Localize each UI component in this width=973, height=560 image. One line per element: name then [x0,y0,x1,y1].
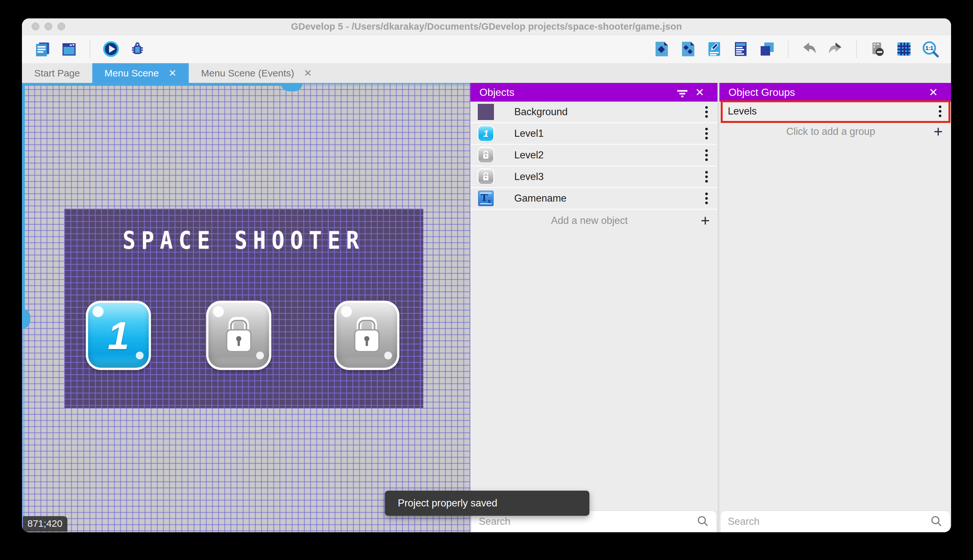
tab-close-icon[interactable]: ✕ [168,68,177,78]
object-groups-search-bar [721,511,950,532]
object-groups-panel-title: Object Groups [728,87,795,98]
vertical-scrollbar-thumb[interactable] [22,83,25,318]
objects-editor-icon[interactable] [652,40,670,58]
object-groups-search-input[interactable] [728,516,930,527]
object-groups-editor-icon[interactable] [679,40,697,58]
game-title-text[interactable]: SPACE SHOOTER [64,227,423,254]
cursor-coordinates: 871;420 [23,516,67,532]
tab-start-page[interactable]: Start Page [22,63,92,83]
tab-bar: Start Page Menu Scene ✕ Menu Scene (Even… [22,63,951,83]
toolbar-divider [90,40,90,58]
object-menu-icon[interactable] [702,147,711,163]
object-menu-icon[interactable] [702,126,711,141]
toolbar-divider [788,40,788,58]
object-row-level2[interactable]: Level2 [470,145,718,167]
layers-editor-icon[interactable] [758,40,776,58]
preview-play-icon[interactable] [102,40,120,58]
toolbar-right-group: 1:1 [652,40,940,58]
minimize-window-button[interactable] [45,23,52,30]
background-object-instance[interactable]: SPACE SHOOTER 1 [64,209,423,408]
add-group-row[interactable]: Click to add a group + [720,122,951,142]
debug-icon[interactable] [128,40,147,58]
tab-menu-scene-events[interactable]: Menu Scene (Events) ✕ [189,63,324,83]
add-group-plus-icon[interactable]: + [934,124,943,139]
object-groups-empty-space [720,142,951,511]
search-icon [930,515,943,529]
close-panel-icon[interactable]: ✕ [925,83,942,101]
lock-icon [337,303,397,368]
toolbar-divider [856,40,857,58]
redo-icon[interactable] [826,40,845,58]
close-panel-icon[interactable]: ✕ [691,83,708,101]
object-menu-icon[interactable] [702,169,711,185]
close-window-button[interactable] [32,23,39,30]
toolbar-left-group [33,40,147,58]
tab-label: Start Page [34,68,80,79]
add-object-row[interactable]: Add a new object + [470,210,718,231]
objects-panel: Objects ✕ Background 1 Level1 [470,83,718,532]
titlebar: GDevelop 5 - /Users/dkarakay/Documents/G… [22,18,951,35]
scene-canvas[interactable]: SPACE SHOOTER 1 [22,83,470,532]
level2-button-instance[interactable] [206,301,271,370]
objects-panel-empty-space [470,231,718,511]
add-object-plus-icon[interactable]: + [701,213,710,228]
svg-text:1:1: 1:1 [925,45,933,51]
level3-button-instance[interactable] [334,301,400,370]
tab-label: Menu Scene [105,68,159,79]
project-manager-icon[interactable] [33,40,52,58]
objects-panel-header: Objects ✕ [470,83,718,102]
main-area: SPACE SHOOTER 1 [22,83,951,532]
horizontal-scrollbar-handle[interactable] [281,83,303,91]
undo-icon[interactable] [800,40,818,58]
instances-list-icon[interactable] [732,40,750,58]
gamename-thumbnail: Tx [478,190,494,207]
tab-menu-scene[interactable]: Menu Scene ✕ [92,63,189,83]
screenshot-root: GDevelop 5 - /Users/dkarakay/Documents/G… [0,0,973,560]
group-menu-icon[interactable] [936,103,945,119]
object-menu-icon[interactable] [702,191,711,206]
toast-message: Project properly saved [398,497,497,509]
traffic-lights [32,18,65,35]
level1-button-instance[interactable]: 1 [86,301,151,370]
search-icon [696,515,709,529]
zoom-window-button[interactable] [57,23,65,30]
render-mask-icon[interactable] [868,40,886,58]
save-toast: Project properly saved [385,491,590,516]
object-row-level3[interactable]: Level3 [470,167,718,188]
zoom-1-1-icon[interactable]: 1:1 [921,40,940,58]
tab-close-icon[interactable]: ✕ [304,68,312,78]
objects-panel-title: Objects [480,87,514,98]
level1-thumbnail: 1 [478,125,494,142]
level2-thumbnail [478,147,494,163]
object-menu-icon[interactable] [702,104,711,120]
filter-icon[interactable] [674,83,691,101]
background-thumbnail [478,103,494,120]
gdevelop-window: GDevelop 5 - /Users/dkarakay/Documents/G… [22,18,951,532]
objects-search-input[interactable] [479,516,696,527]
object-row-background[interactable]: Background [470,102,718,123]
lock-icon [208,303,269,368]
editors-window-icon[interactable] [60,40,78,58]
level1-number: 1 [88,303,149,368]
object-groups-panel: Object Groups ✕ Levels Click to add a gr… [720,83,951,532]
object-groups-panel-header: Object Groups ✕ [720,83,951,102]
object-row-level1[interactable]: 1 Level1 [470,123,718,145]
properties-icon[interactable] [705,40,723,58]
toolbar: 1:1 [22,35,951,63]
window-title: GDevelop 5 - /Users/dkarakay/Documents/G… [291,21,682,32]
grid-icon[interactable] [895,40,913,58]
object-row-gamename[interactable]: Tx Gamename [470,188,718,210]
group-row-levels[interactable]: Levels [720,102,951,122]
tab-label: Menu Scene (Events) [201,68,294,79]
vertical-scrollbar-handle[interactable] [22,309,30,329]
level3-thumbnail [478,168,494,185]
horizontal-scrollbar-thumb[interactable] [22,83,290,86]
